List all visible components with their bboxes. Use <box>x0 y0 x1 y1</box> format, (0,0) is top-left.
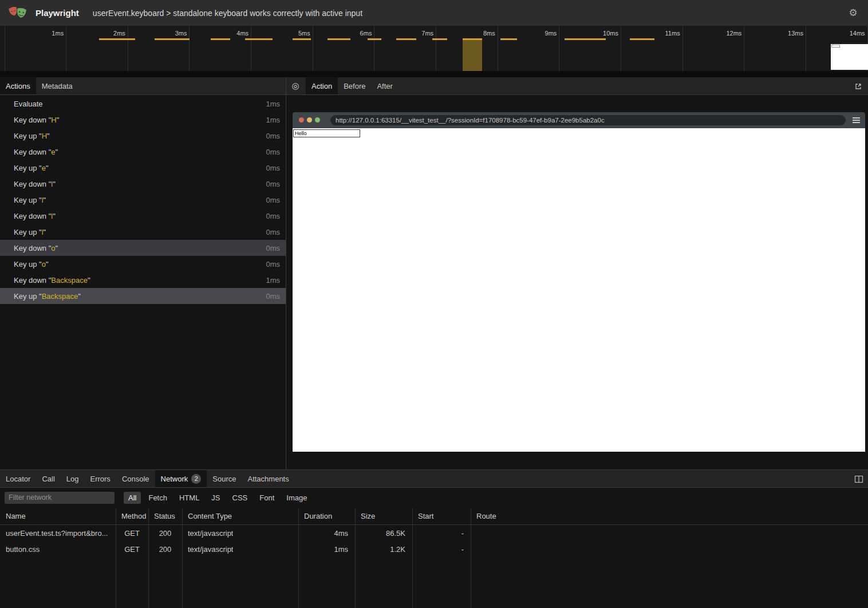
action-row[interactable]: Key down "l"0ms <box>0 208 286 224</box>
browser-snapshot: http://127.0.0.1:63315/__vitest_test__/?… <box>293 112 865 452</box>
action-row[interactable]: Key up "l"0ms <box>0 224 286 240</box>
column-header-size[interactable]: Size <box>355 508 412 524</box>
column-header-route[interactable]: Route <box>471 508 868 524</box>
timeline-action-mark <box>463 38 482 40</box>
tab-after[interactable]: After <box>371 77 398 94</box>
column-header-start[interactable]: Start <box>412 508 471 524</box>
open-snapshot-external-icon[interactable] <box>853 81 863 92</box>
action-key-value: Backspace <box>51 276 88 285</box>
column-header-method[interactable]: Method <box>116 508 148 524</box>
filter-chip-js[interactable]: JS <box>207 492 224 504</box>
timeline-gridline <box>806 26 806 71</box>
tab-label: Network <box>161 475 188 483</box>
bottom-tabstrip: LocatorCallLogErrorsConsoleNetwork2Sourc… <box>0 470 868 488</box>
cell-duration: 1ms <box>298 541 355 557</box>
cell-route <box>471 541 868 557</box>
cell-text: text/javascript <box>188 545 233 554</box>
filter-chip-html[interactable]: HTML <box>175 492 204 504</box>
timeline-action-mark <box>328 38 350 40</box>
timeline-tick-label: 5ms <box>270 30 310 37</box>
cell-text: text/javascript <box>188 529 233 538</box>
network-filter-row: AllFetchHTMLJSCSSFontImage <box>0 488 868 507</box>
cell-text: 200 <box>159 545 172 554</box>
action-row[interactable]: Key down "o"0ms <box>0 240 286 256</box>
filter-chip-image[interactable]: Image <box>282 492 311 504</box>
column-header-duration[interactable]: Duration <box>298 508 355 524</box>
cell-text: - <box>461 545 464 554</box>
cell-text: 1ms <box>334 545 348 554</box>
cell-text: 86.5K <box>386 529 405 538</box>
timeline[interactable]: 1ms2ms3ms4ms5ms6ms7ms8ms9ms10ms11ms12ms1… <box>0 26 868 77</box>
timeline-tick-label: 11ms <box>640 30 680 37</box>
timeline-action-mark <box>630 38 654 40</box>
network-request-row[interactable]: userEvent.test.ts?import&bro...GET200tex… <box>0 525 868 541</box>
action-key-value: o <box>51 244 55 252</box>
action-duration: 0ms <box>266 292 280 301</box>
tab-label: Call <box>42 475 54 483</box>
tab-errors[interactable]: Errors <box>84 470 116 487</box>
action-key-value: H <box>51 116 56 124</box>
timeline-gridline <box>744 26 744 71</box>
pick-locator-target-icon[interactable]: ◎ <box>291 81 300 91</box>
network-type-chips: AllFetchHTMLJSCSSFontImage <box>124 492 314 504</box>
tab-network[interactable]: Network2 <box>155 470 207 487</box>
filter-chip-font[interactable]: Font <box>255 492 279 504</box>
timeline-action-mark <box>155 38 190 40</box>
toggle-panel-layout-icon[interactable] <box>854 475 863 484</box>
timeline-selected-action-range <box>463 38 482 71</box>
tab-call[interactable]: Call <box>36 470 60 487</box>
action-duration: 0ms <box>266 212 280 220</box>
action-label: Key up " <box>14 132 42 140</box>
column-header-status[interactable]: Status <box>148 508 182 524</box>
tab-locator[interactable]: Locator <box>0 470 36 487</box>
settings-gear-icon[interactable]: ⚙ <box>845 0 861 26</box>
action-row[interactable]: Key down "H"1ms <box>0 112 286 128</box>
tab-metadata[interactable]: Metadata <box>36 77 78 94</box>
action-row[interactable]: Key up "Backspace"0ms <box>0 288 286 304</box>
action-row[interactable]: Key down "l"0ms <box>0 176 286 192</box>
tab-source[interactable]: Source <box>207 470 242 487</box>
timeline-action-mark <box>565 38 606 40</box>
timeline-action-mark <box>368 38 381 40</box>
tab-label: Console <box>122 475 149 483</box>
filter-chip-all[interactable]: All <box>124 492 141 504</box>
playwright-logo-icon <box>8 5 27 21</box>
film-strip-thumbnail[interactable] <box>831 44 868 70</box>
network-request-row[interactable]: button.cssGET200text/javascript1ms1.2K- <box>0 541 868 557</box>
timeline-gridline <box>374 26 374 71</box>
tab-console[interactable]: Console <box>116 470 155 487</box>
filter-chip-fetch[interactable]: Fetch <box>144 492 172 504</box>
minimize-dot-icon <box>307 117 312 123</box>
action-label-suffix: " <box>88 276 90 285</box>
action-row[interactable]: Evaluate1ms <box>0 96 286 112</box>
filter-chip-css[interactable]: CSS <box>228 492 252 504</box>
action-row[interactable]: Key up "H"0ms <box>0 128 286 144</box>
action-row[interactable]: Key down "Backspace"1ms <box>0 272 286 288</box>
action-label: Key down " <box>14 148 51 156</box>
action-label: Key up " <box>14 164 42 172</box>
action-label-suffix: " <box>53 212 56 220</box>
column-header-content_type[interactable]: Content Type <box>182 508 298 524</box>
tab-action[interactable]: Action <box>306 77 338 94</box>
action-row[interactable]: Key up "e"0ms <box>0 160 286 176</box>
tab-log[interactable]: Log <box>61 470 85 487</box>
hello-text-input[interactable] <box>293 129 360 137</box>
tab-before[interactable]: Before <box>338 77 371 94</box>
action-label-suffix: " <box>44 228 46 236</box>
main-area: ActionsMetadata Evaluate1msKey down "H"1… <box>0 77 868 469</box>
tab-actions[interactable]: Actions <box>0 77 36 94</box>
menu-hamburger-icon <box>853 117 860 123</box>
column-header-name[interactable]: Name <box>0 508 116 524</box>
action-row[interactable]: Key down "e"0ms <box>0 144 286 160</box>
action-label-suffix: " <box>46 164 49 172</box>
action-row[interactable]: Key up "o"0ms <box>0 256 286 272</box>
network-filter-input[interactable] <box>5 492 115 504</box>
timeline-gridline <box>128 26 128 71</box>
action-row[interactable]: Key up "l"0ms <box>0 192 286 208</box>
cell-status: 200 <box>148 525 182 541</box>
action-label-suffix: " <box>78 292 81 301</box>
cell-name: button.css <box>0 541 116 557</box>
close-dot-icon <box>299 117 304 123</box>
action-duration: 0ms <box>266 244 280 252</box>
tab-attachments[interactable]: Attachments <box>242 470 294 487</box>
